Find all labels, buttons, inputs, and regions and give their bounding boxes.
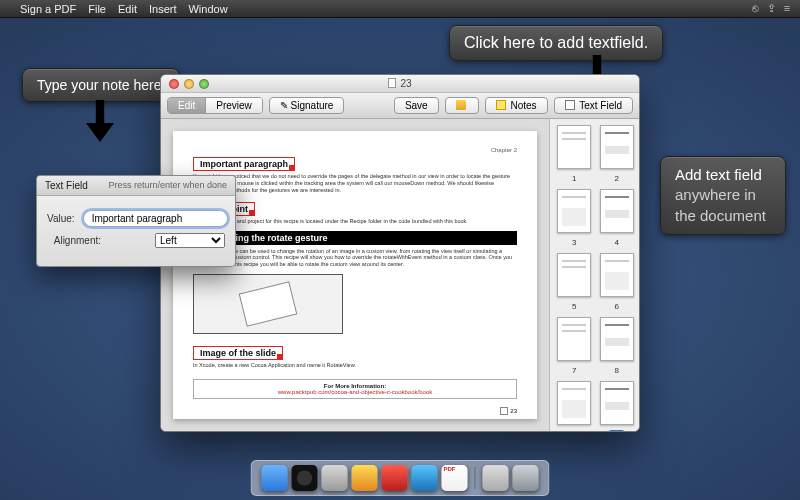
dock-trash-icon[interactable] bbox=[513, 465, 539, 491]
thumbnail[interactable]: 5 bbox=[556, 253, 593, 311]
status-icon: ⎋ bbox=[750, 2, 760, 15]
signature-button[interactable]: ✎ Signature bbox=[269, 97, 345, 114]
thumbnail[interactable]: 3 bbox=[556, 189, 593, 247]
menubar-app-name[interactable]: Sign a PDF bbox=[20, 3, 76, 15]
menubar-right: ⎋ ⇪ ≡ bbox=[750, 2, 792, 15]
thumbnail[interactable]: 8 bbox=[599, 317, 636, 375]
panel-title: Text Field bbox=[45, 180, 88, 191]
thumbnail-sidebar[interactable]: 123456789101112 bbox=[549, 119, 639, 431]
body-text: The rotate gesture can be used to change… bbox=[193, 248, 517, 269]
thumbnail-number: 9 bbox=[572, 430, 576, 431]
chapter-label: Chapter 2 bbox=[193, 147, 517, 153]
dock-app-icon[interactable] bbox=[352, 465, 378, 491]
page-viewport[interactable]: Chapter 2 Important paragraph You might … bbox=[161, 119, 549, 431]
thumbnail[interactable]: 7 bbox=[556, 317, 593, 375]
thumbnail-number: 7 bbox=[572, 366, 576, 375]
thumbnail-preview bbox=[557, 317, 591, 361]
status-icon: ≡ bbox=[782, 2, 792, 15]
thumbnail[interactable]: 6 bbox=[599, 253, 636, 311]
dock-documents-icon[interactable] bbox=[483, 465, 509, 491]
callout-type-note: Type your note here. bbox=[22, 68, 180, 102]
thumbnail-number: 10 bbox=[607, 430, 626, 431]
panel-hint: Press return/enter when done bbox=[108, 180, 227, 191]
dock-launchpad-icon[interactable] bbox=[322, 465, 348, 491]
status-icon: ⇪ bbox=[766, 2, 776, 15]
thumbnail-preview bbox=[600, 381, 634, 425]
body-text: You might have noticed that we do not ne… bbox=[193, 173, 517, 194]
thumbnail-number: 3 bbox=[572, 238, 576, 247]
thumbnail-number: 2 bbox=[615, 174, 619, 183]
window-close-button[interactable] bbox=[169, 79, 179, 89]
view-mode-segment[interactable]: Edit Preview bbox=[167, 97, 263, 114]
window-zoom-button[interactable] bbox=[199, 79, 209, 89]
document-icon bbox=[388, 78, 396, 88]
arrow-down-icon bbox=[86, 100, 114, 142]
alignment-label: Alignment: bbox=[47, 235, 101, 246]
thumbnail-preview bbox=[557, 381, 591, 425]
alignment-select[interactable]: Left bbox=[155, 233, 225, 248]
save-button[interactable]: Save bbox=[394, 97, 439, 114]
printer-icon bbox=[456, 100, 466, 110]
section-heading: Interpreting the rotate gesture bbox=[193, 231, 517, 245]
thumbnail-preview bbox=[600, 253, 634, 297]
callout-add-textfield: Click here to add textfield. bbox=[449, 25, 663, 61]
page-footer: 23 bbox=[500, 407, 517, 415]
dock-signpdf-icon[interactable] bbox=[442, 465, 468, 491]
window-minimize-button[interactable] bbox=[184, 79, 194, 89]
thumbnail-preview bbox=[557, 253, 591, 297]
page-corner-icon bbox=[500, 407, 508, 415]
thumbnail-number: 4 bbox=[615, 238, 619, 247]
text-field-annotation[interactable]: Important paragraph bbox=[193, 157, 295, 171]
textfield-inspector: Text Field Press return/enter when done … bbox=[36, 175, 236, 267]
dock bbox=[251, 460, 550, 496]
thumbnail-preview bbox=[600, 189, 634, 233]
textfield-icon bbox=[565, 100, 575, 110]
tab-edit[interactable]: Edit bbox=[168, 98, 205, 113]
callout-side: Add text field anywhere in the document bbox=[660, 156, 786, 235]
value-label: Value: bbox=[47, 213, 75, 224]
thumbnail-preview bbox=[600, 125, 634, 169]
thumbnail-preview bbox=[557, 189, 591, 233]
menubar-edit[interactable]: Edit bbox=[118, 3, 137, 15]
dock-finder-icon[interactable] bbox=[262, 465, 288, 491]
dock-app-icon[interactable] bbox=[382, 465, 408, 491]
menubar-insert[interactable]: Insert bbox=[149, 3, 177, 15]
dock-dashboard-icon[interactable] bbox=[292, 465, 318, 491]
dock-app-icon[interactable] bbox=[412, 465, 438, 491]
window-titlebar[interactable]: 23 bbox=[161, 75, 639, 93]
image-placeholder bbox=[193, 274, 343, 334]
textfield-button[interactable]: Text Field bbox=[554, 97, 633, 114]
thumbnail-number: 5 bbox=[572, 302, 576, 311]
toolbar: Edit Preview ✎ Signature Save Notes Text… bbox=[161, 93, 639, 119]
window-title: 23 bbox=[161, 78, 639, 89]
thumbnail[interactable]: 4 bbox=[599, 189, 636, 247]
footer-box: For More Information: www.packtpub.com/c… bbox=[193, 379, 517, 399]
notes-button[interactable]: Notes bbox=[485, 97, 548, 114]
thumbnail[interactable]: 1 bbox=[556, 125, 593, 183]
thumbnail-number: 1 bbox=[572, 174, 576, 183]
text-field-annotation[interactable]: Image of the slide bbox=[193, 346, 283, 360]
macos-menubar: Sign a PDF File Edit Insert Window ⎋ ⇪ ≡ bbox=[0, 0, 800, 18]
thumbnail[interactable]: 2 bbox=[599, 125, 636, 183]
thumbnail-number: 8 bbox=[615, 366, 619, 375]
menubar-window[interactable]: Window bbox=[188, 3, 227, 15]
thumbnail[interactable]: 9 bbox=[556, 381, 593, 431]
value-input[interactable] bbox=[83, 210, 228, 227]
tab-preview[interactable]: Preview bbox=[205, 98, 262, 113]
dock-separator bbox=[475, 467, 476, 489]
thumbnail-preview bbox=[600, 317, 634, 361]
print-button[interactable] bbox=[445, 97, 479, 114]
thumbnail-preview bbox=[557, 125, 591, 169]
thumbnail[interactable]: 10 bbox=[599, 381, 636, 431]
body-text: In Xcode, create a new Cocoa Application… bbox=[193, 362, 517, 369]
menubar-file[interactable]: File bbox=[88, 3, 106, 15]
body-text: The sample code and project for this rec… bbox=[193, 218, 517, 225]
card-icon bbox=[239, 281, 298, 327]
thumbnail-number: 6 bbox=[615, 302, 619, 311]
note-icon bbox=[496, 100, 506, 110]
